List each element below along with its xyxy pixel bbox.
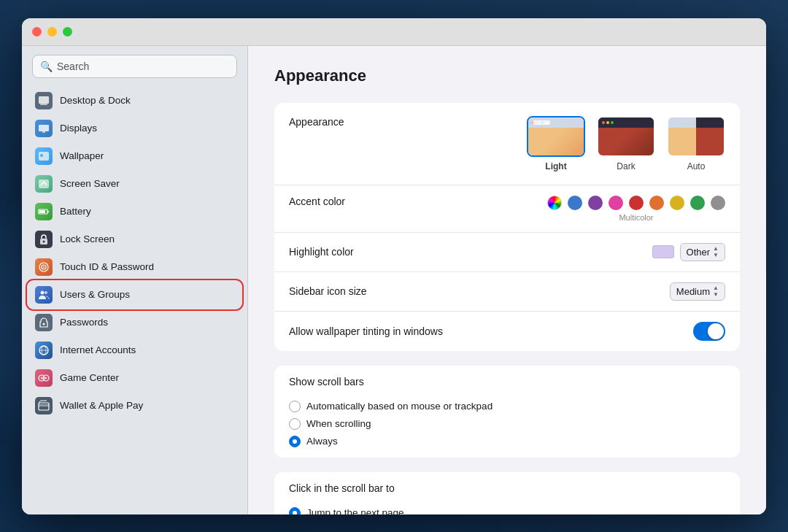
sidebar-list: Desktop & Dock Displays Wallpaper — [22, 84, 247, 514]
sidebar-item-screen-saver[interactable]: Screen Saver — [28, 170, 242, 198]
sidebar-item-label: Users & Groups — [60, 289, 130, 300]
highlight-color-preview — [652, 245, 674, 258]
passwords-icon — [35, 314, 53, 331]
main-content: Appearance Appearance — [248, 46, 766, 514]
light-label: Light — [545, 161, 566, 171]
svg-point-14 — [43, 266, 45, 268]
search-bar[interactable]: 🔍 Search — [32, 55, 237, 78]
accent-yellow[interactable] — [670, 196, 684, 210]
screen-saver-icon — [35, 175, 53, 193]
appearance-option-dark[interactable]: Dark — [597, 116, 655, 171]
stepper-arrows-size: ▲ ▼ — [713, 285, 719, 298]
accent-green[interactable] — [690, 196, 705, 210]
svg-point-24 — [45, 377, 47, 379]
sidebar-item-internet-accounts[interactable]: Internet Accounts — [28, 336, 242, 364]
sidebar-item-wallet[interactable]: Wallet & Apple Pay — [28, 392, 242, 420]
scroll-always-radio[interactable] — [289, 436, 301, 447]
accent-purple[interactable] — [588, 196, 603, 210]
stepper-down[interactable]: ▼ — [713, 252, 719, 258]
accent-orange[interactable] — [649, 196, 664, 210]
sidebar-item-label: Touch ID & Password — [60, 261, 154, 272]
sidebar-item-game-center[interactable]: Game Center — [28, 364, 242, 392]
accent-pink[interactable] — [609, 196, 623, 210]
stepper-down-size[interactable]: ▼ — [713, 292, 719, 298]
scroll-next-page-radio[interactable] — [289, 507, 301, 514]
scroll-always-label: Always — [306, 436, 338, 447]
stepper-arrows: ▲ ▼ — [713, 246, 719, 258]
page-title: Appearance — [274, 66, 740, 85]
accent-graphite[interactable] — [711, 196, 725, 210]
svg-point-5 — [40, 154, 43, 157]
svg-rect-9 — [39, 210, 45, 213]
svg-point-16 — [45, 291, 47, 294]
accent-color-label: Accent color — [289, 196, 547, 207]
wallpaper-tinting-label: Allow wallpaper tinting in windows — [289, 325, 693, 337]
stepper-up[interactable]: ▲ — [713, 246, 719, 252]
appearance-option-light[interactable]: Light — [527, 116, 585, 171]
maximize-button[interactable] — [63, 27, 72, 36]
touch-id-icon — [35, 258, 53, 276]
accent-color-row: Accent color Mul — [274, 185, 740, 233]
sidebar-item-lock-screen[interactable]: Lock Screen — [28, 225, 242, 253]
appearance-thumb-dark[interactable] — [597, 116, 655, 157]
accent-multicolor[interactable] — [547, 196, 562, 210]
svg-point-23 — [41, 377, 43, 379]
sidebar-item-touch-id[interactable]: Touch ID & Password — [28, 253, 242, 281]
scroll-bars-options: Automatically based on mouse or trackpad… — [274, 390, 740, 458]
sidebar-item-battery[interactable]: Battery — [28, 198, 242, 225]
dark-label: Dark — [617, 161, 635, 171]
sidebar-item-desktop-dock[interactable]: Desktop & Dock — [28, 87, 242, 115]
scroll-click-title: Click in the scroll bar to — [274, 472, 740, 497]
window-content: 🔍 Search Desktop & Dock Displays — [22, 46, 766, 514]
scroll-next-page-option[interactable]: Jump to the next page — [289, 507, 725, 514]
sidebar-item-passwords[interactable]: Passwords — [28, 309, 242, 336]
appearance-section: Appearance — [274, 103, 740, 351]
titlebar — [22, 18, 766, 46]
sidebar-item-label: Screen Saver — [60, 178, 120, 189]
svg-rect-0 — [39, 96, 49, 104]
scroll-scrolling-label: When scrolling — [306, 418, 371, 429]
sidebar-item-label: Lock Screen — [60, 234, 115, 244]
scroll-always-option[interactable]: Always — [289, 436, 725, 447]
svg-point-17 — [43, 323, 45, 325]
svg-rect-4 — [39, 152, 49, 161]
wallpaper-tinting-toggle[interactable] — [693, 322, 725, 341]
highlight-stepper[interactable]: Other ▲ ▼ — [680, 243, 725, 261]
minimize-button[interactable] — [47, 27, 57, 36]
scroll-next-page-label: Jump to the next page — [306, 507, 404, 514]
search-input[interactable]: Search — [57, 61, 89, 72]
highlight-color-row: Highlight color Other ▲ ▼ — [274, 233, 740, 272]
users-groups-icon — [35, 286, 53, 304]
sidebar-item-label: Wallpaper — [60, 150, 104, 161]
scroll-bars-section: Show scroll bars Automatically based on … — [274, 366, 740, 458]
sidebar-item-users-groups[interactable]: Users & Groups — [28, 281, 242, 309]
appearance-label: Appearance — [289, 116, 527, 128]
accent-blue[interactable] — [568, 196, 582, 210]
scroll-scrolling-radio[interactable] — [289, 418, 301, 430]
lock-screen-icon — [35, 231, 53, 248]
appearance-thumb-light[interactable] — [527, 116, 585, 157]
wallet-icon — [35, 397, 53, 415]
sidebar-item-label: Wallet & Apple Pay — [60, 400, 143, 411]
sidebar-item-label: Game Center — [60, 372, 119, 383]
svg-point-15 — [41, 290, 45, 294]
scroll-auto-option[interactable]: Automatically based on mouse or trackpad — [289, 401, 725, 412]
scroll-auto-radio[interactable] — [289, 401, 301, 412]
sidebar-size-stepper[interactable]: Medium ▲ ▼ — [670, 282, 725, 301]
sidebar-icon-size-control: Medium ▲ ▼ — [670, 282, 725, 301]
close-button[interactable] — [32, 27, 42, 36]
sidebar-icon-size-label: Sidebar icon size — [289, 285, 670, 297]
scroll-click-options: Jump to the next page — [274, 497, 740, 514]
highlight-color-label: Highlight color — [289, 246, 652, 258]
appearance-thumb-auto[interactable] — [667, 116, 725, 157]
accent-red[interactable] — [629, 196, 644, 210]
appearance-option-auto[interactable]: Auto — [667, 116, 725, 171]
sidebar-item-displays[interactable]: Displays — [28, 115, 242, 142]
stepper-up-size[interactable]: ▲ — [713, 285, 719, 291]
search-icon: 🔍 — [40, 61, 53, 72]
scroll-scrolling-option[interactable]: When scrolling — [289, 418, 725, 430]
svg-rect-1 — [40, 104, 47, 105]
sidebar-item-wallpaper[interactable]: Wallpaper — [28, 142, 242, 170]
internet-accounts-icon — [35, 342, 53, 359]
game-center-icon — [35, 369, 53, 387]
